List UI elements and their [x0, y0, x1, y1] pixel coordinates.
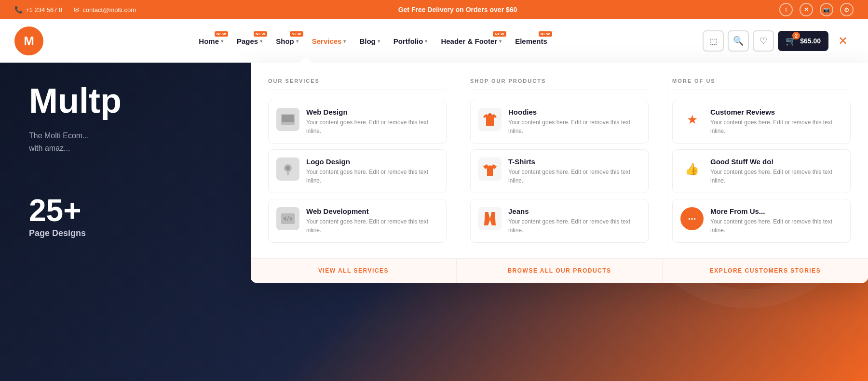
main-nav: NEW Home ▾ NEW Pages ▾ NEW Shop ▾ Servic… [43, 33, 703, 49]
tshirts-desc: Your content goes here. Edit or remove t… [508, 168, 640, 185]
email-contact[interactable]: ✉ contact@molti.com [74, 6, 136, 13]
cart-button[interactable]: 🛒 2 $65.00 [778, 31, 828, 51]
web-dev-info: Web Development Your content goes here. … [306, 207, 438, 235]
tshirts-icon [478, 158, 502, 181]
phone-icon: 📞 [14, 6, 23, 13]
hoodies-icon [478, 108, 502, 131]
nav-bar: M NEW Home ▾ NEW Pages ▾ NEW Shop ▾ Serv… [0, 19, 868, 63]
top-bar: 📞 +1 234 567 8 ✉ contact@molti.com Get F… [0, 0, 868, 19]
web-design-desc: Your content goes here. Edit or remove t… [306, 118, 438, 135]
reviews-info: Customer Reviews Your content goes here.… [710, 108, 842, 135]
jeans-icon [478, 207, 502, 230]
close-button[interactable]: ✕ [832, 30, 854, 52]
phone-contact[interactable]: 📞 +1 234 567 8 [14, 6, 62, 13]
jeans-title: Jeans [508, 207, 640, 215]
wishlist-button[interactable]: ♡ [753, 30, 774, 52]
nav-home[interactable]: NEW Home ▾ [193, 33, 229, 49]
nav-header-footer[interactable]: NEW Header & Footer ▾ [435, 33, 507, 49]
tshirts-title: T-Shirts [508, 158, 640, 166]
mega-dropdown: OUR SERVICES Web Design Your content goe… [251, 63, 868, 283]
top-bar-left: 📞 +1 234 567 8 ✉ contact@molti.com [14, 6, 136, 13]
nav-portfolio[interactable]: Portfolio ▾ [388, 33, 434, 49]
web-dev-title: Web Development [306, 207, 438, 215]
col-divider-2 [668, 78, 668, 249]
stat-number: 25+ [29, 193, 122, 228]
web-design-icon [276, 108, 299, 131]
new-badge: NEW [539, 31, 552, 37]
svg-rect-5 [287, 172, 289, 175]
search-button[interactable]: 🔍 [728, 30, 749, 52]
nav-elements[interactable]: NEW Elements [509, 33, 553, 49]
cart-count: 2 [792, 32, 800, 39]
hero-subtitle: The Molti Ecom...with amaz... [29, 130, 122, 154]
col-products-title: SHOP OUR PRODUCTS [470, 78, 649, 90]
social-links: f ✕ 📷 ⚙ [779, 3, 854, 16]
web-dev-desc: Your content goes here. Edit or remove t… [306, 217, 438, 235]
col-more-title: MORE OF US [672, 78, 851, 90]
reviews-icon: ★ [680, 108, 704, 131]
hoodies-title: Hoodies [508, 108, 640, 116]
new-badge: NEW [254, 31, 267, 37]
logo-design-info: Logo Design Your content goes here. Edit… [306, 158, 438, 185]
service-card-hoodies[interactable]: Hoodies Your content goes here. Edit or … [470, 100, 649, 144]
service-card-web-dev[interactable]: Web Development Your content goes here. … [268, 199, 447, 243]
more-from-us-title: More From Us... [710, 207, 842, 215]
web-design-title: Web Design [306, 108, 438, 116]
good-stuff-icon: 👍 [680, 158, 704, 181]
mega-footer: VIEW ALL SERVICES BROWSE ALL OUR PRODUCT… [251, 258, 868, 283]
nav-services[interactable]: Services ▾ [306, 33, 352, 49]
hero-title: Multp [29, 82, 122, 120]
web-design-info: Web Design Your content goes here. Edit … [306, 108, 438, 135]
col-services: OUR SERVICES Web Design Your content goe… [268, 78, 462, 249]
web-dev-icon [276, 207, 299, 230]
logo-design-title: Logo Design [306, 158, 438, 166]
service-card-jeans[interactable]: Jeans Your content goes here. Edit or re… [470, 199, 649, 243]
svg-rect-2 [285, 123, 290, 124]
service-card-reviews[interactable]: ★ Customer Reviews Your content goes her… [672, 100, 851, 144]
dropdown-arrow [299, 57, 312, 64]
explore-stories-btn[interactable]: EXPLORE CUSTOMERS STORIES [663, 259, 868, 283]
service-card-web-design[interactable]: Web Design Your content goes here. Edit … [268, 100, 447, 144]
tshirts-info: T-Shirts Your content goes here. Edit or… [508, 158, 640, 185]
more-from-us-info: More From Us... Your content goes here. … [710, 207, 842, 235]
logo-design-desc: Your content goes here. Edit or remove t… [306, 168, 438, 185]
view-all-services-btn[interactable]: VIEW ALL SERVICES [251, 259, 457, 283]
nav-blog[interactable]: Blog ▾ [353, 33, 385, 49]
promo-banner: Get Free Delivery on Orders over $60 [398, 6, 517, 13]
col-products: SHOP OUR PRODUCTS Hoodies Your content g… [470, 78, 664, 249]
service-card-more-from-us[interactable]: ··· More From Us... Your content goes he… [672, 199, 851, 243]
more-from-us-icon: ··· [680, 207, 704, 230]
nav-pages[interactable]: NEW Pages ▾ [231, 33, 268, 49]
reviews-title: Customer Reviews [710, 108, 842, 116]
service-card-tshirts[interactable]: T-Shirts Your content goes here. Edit or… [470, 149, 649, 193]
hero-content: Multp The Molti Ecom...with amaz... 25+ … [29, 82, 122, 238]
new-badge: NEW [290, 31, 303, 37]
settings-icon[interactable]: ⚙ [840, 3, 854, 16]
svg-point-4 [285, 166, 290, 171]
nav-actions: ⬚ 🔍 ♡ 🛒 2 $65.00 ✕ [703, 30, 854, 52]
stat-label: Page Designs [29, 228, 122, 238]
more-from-us-desc: Your content goes here. Edit or remove t… [710, 217, 842, 235]
good-stuff-title: Good Stuff We do! [710, 158, 842, 166]
site-logo[interactable]: M [14, 26, 43, 55]
good-stuff-desc: Your content goes here. Edit or remove t… [710, 168, 842, 185]
new-badge: NEW [493, 31, 506, 37]
twitter-icon[interactable]: ✕ [800, 3, 813, 16]
instagram-icon[interactable]: 📷 [820, 3, 833, 16]
col-services-title: OUR SERVICES [268, 78, 447, 90]
good-stuff-info: Good Stuff We do! Your content goes here… [710, 158, 842, 185]
jeans-info: Jeans Your content goes here. Edit or re… [508, 207, 640, 235]
hoodies-desc: Your content goes here. Edit or remove t… [508, 118, 640, 135]
logo-design-icon [276, 158, 299, 181]
nav-shop[interactable]: NEW Shop ▾ [270, 33, 304, 49]
login-button[interactable]: ⬚ [703, 30, 724, 52]
mega-cols: OUR SERVICES Web Design Your content goe… [268, 78, 851, 249]
jeans-desc: Your content goes here. Edit or remove t… [508, 217, 640, 235]
facebook-icon[interactable]: f [779, 3, 793, 16]
browse-products-btn[interactable]: BROWSE ALL OUR PRODUCTS [457, 259, 663, 283]
col-divider-1 [466, 78, 466, 249]
col-more: MORE OF US ★ Customer Reviews Your conte… [672, 78, 851, 249]
cart-amount: $65.00 [800, 37, 821, 45]
service-card-logo-design[interactable]: Logo Design Your content goes here. Edit… [268, 149, 447, 193]
service-card-good-stuff[interactable]: 👍 Good Stuff We do! Your content goes he… [672, 149, 851, 193]
